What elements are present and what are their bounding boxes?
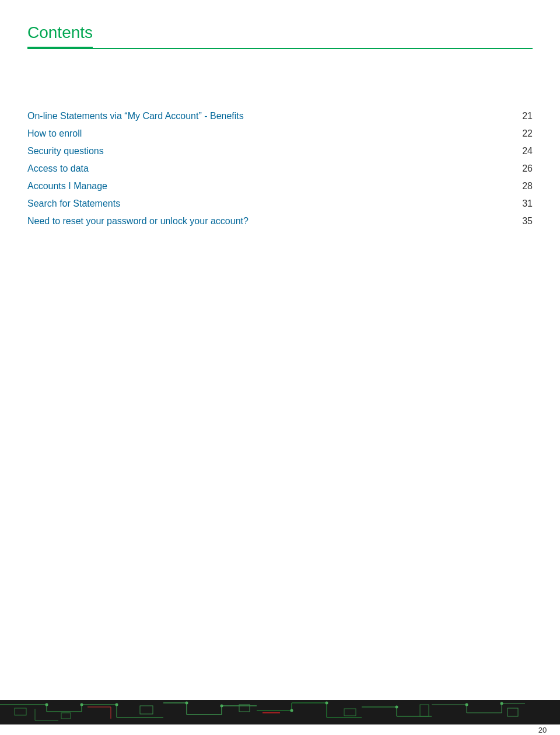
svg-point-35 bbox=[220, 705, 223, 708]
toc-item-number: 35 bbox=[498, 213, 533, 230]
toc-table: On-line Statements via “My Card Account”… bbox=[27, 107, 533, 230]
svg-point-33 bbox=[116, 703, 118, 706]
toc-row: How to enroll22 bbox=[27, 125, 533, 142]
toc-item-label: Accounts I Manage bbox=[27, 177, 498, 195]
toc-row: Accounts I Manage28 bbox=[27, 177, 533, 195]
svg-point-32 bbox=[80, 703, 83, 706]
svg-point-40 bbox=[501, 702, 503, 705]
page-title: Contents bbox=[27, 23, 93, 48]
toc-row: Search for Statements31 bbox=[27, 195, 533, 213]
toc-section: On-line Statements via “My Card Account”… bbox=[0, 78, 560, 230]
title-underline bbox=[27, 48, 533, 49]
svg-point-34 bbox=[186, 702, 188, 705]
svg-point-37 bbox=[326, 702, 328, 705]
toc-row: Security questions24 bbox=[27, 142, 533, 160]
toc-item-number: 31 bbox=[498, 195, 533, 213]
page-container: Contents On-line Statements via “My Card… bbox=[0, 0, 560, 735]
toc-row: Access to data26 bbox=[27, 160, 533, 177]
toc-item-number: 24 bbox=[498, 142, 533, 160]
toc-item-number: 21 bbox=[498, 107, 533, 125]
toc-item-label: Search for Statements bbox=[27, 195, 498, 213]
circuit-footer bbox=[0, 700, 560, 724]
toc-row: On-line Statements via “My Card Account”… bbox=[27, 107, 533, 125]
svg-point-31 bbox=[46, 703, 48, 706]
footer-section: 20 bbox=[0, 700, 560, 735]
toc-item-label: Access to data bbox=[27, 160, 498, 177]
toc-row: Need to reset your password or unlock yo… bbox=[27, 213, 533, 230]
toc-item-number: 26 bbox=[498, 160, 533, 177]
toc-item-number: 28 bbox=[498, 177, 533, 195]
svg-rect-0 bbox=[0, 700, 560, 724]
toc-item-label: Need to reset your password or unlock yo… bbox=[27, 213, 498, 230]
page-number: 20 bbox=[525, 724, 560, 735]
toc-item-label: Security questions bbox=[27, 142, 498, 160]
svg-point-39 bbox=[466, 703, 468, 706]
toc-item-label: How to enroll bbox=[27, 125, 498, 142]
toc-item-number: 22 bbox=[498, 125, 533, 142]
toc-item-label: On-line Statements via “My Card Account”… bbox=[27, 107, 498, 125]
header-section: Contents bbox=[0, 0, 560, 49]
svg-point-36 bbox=[290, 709, 293, 712]
svg-point-38 bbox=[396, 706, 398, 709]
